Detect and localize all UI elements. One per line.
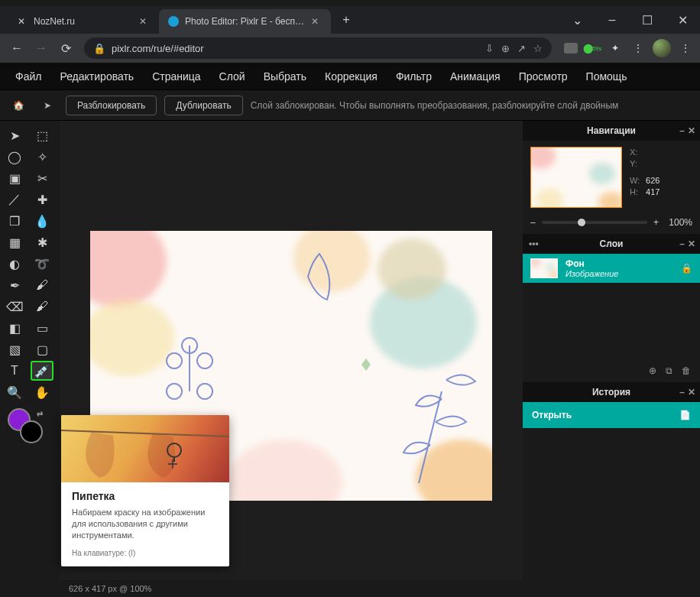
zoom-value: 100% xyxy=(665,217,692,228)
panel-close-icon[interactable]: ✕ xyxy=(688,125,695,136)
zoom-in-button[interactable]: + xyxy=(653,217,659,228)
tool-shape[interactable]: ▧ xyxy=(3,339,26,359)
zoom-slider[interactable] xyxy=(542,221,647,224)
tool-marquee[interactable]: ⬚ xyxy=(31,125,53,145)
zoom-out-button[interactable]: – xyxy=(530,217,536,228)
profile-avatar[interactable] xyxy=(653,39,671,57)
close-window-button[interactable]: ✕ xyxy=(665,6,700,34)
menu-view[interactable]: Просмотр xyxy=(519,70,568,83)
lock-icon[interactable]: 🔒 xyxy=(681,263,692,274)
tool-eyedropper[interactable]: 💉 xyxy=(31,361,53,381)
tool-brush[interactable]: 🖌 xyxy=(31,275,53,295)
translate-icon[interactable]: ⊕ xyxy=(501,43,510,54)
pointer-icon[interactable]: ➤ xyxy=(37,95,58,116)
new-tab-button[interactable]: + xyxy=(335,9,357,31)
background-color[interactable] xyxy=(20,420,43,443)
panel-close-icon[interactable]: ✕ xyxy=(688,387,695,397)
menu-adjust[interactable]: Коррекция xyxy=(325,70,378,83)
status-bar: 626 x 417 px @ 100% xyxy=(60,580,523,597)
status-text: 626 x 417 px @ 100% xyxy=(69,584,151,593)
delete-layer-icon[interactable]: 🗑 xyxy=(682,365,691,376)
forward-button[interactable]: → xyxy=(31,37,52,59)
menu-edit[interactable]: Редактировать xyxy=(60,70,134,83)
menu-file[interactable]: Файл xyxy=(15,70,41,83)
tool-gradient[interactable]: ◧ xyxy=(3,318,26,338)
share-icon[interactable]: ↗ xyxy=(517,43,526,54)
panel-title: Навигации xyxy=(587,125,636,136)
layer-thumbnail xyxy=(530,258,558,278)
panel-close-icon[interactable]: ✕ xyxy=(688,238,695,249)
tooltip-desc: Набираем краску на изображении для испол… xyxy=(72,507,219,541)
tab-pixlr[interactable]: Photo Editor: Pixlr E - бесплатны ✕ xyxy=(159,9,331,34)
history-item[interactable]: Открыть 📄 xyxy=(523,402,700,428)
panel-minimize-icon[interactable]: – xyxy=(679,125,685,136)
menu-dots-icon[interactable]: ⋮ xyxy=(630,40,647,57)
menu-animation[interactable]: Анимация xyxy=(450,70,501,83)
tool-pixelate[interactable]: ▦ xyxy=(3,232,26,252)
install-icon[interactable]: ⇩ xyxy=(485,43,494,54)
tool-lasso[interactable]: ◯ xyxy=(3,147,26,167)
tool-knife[interactable]: ／ xyxy=(3,190,26,209)
menu-layer[interactable]: Слой xyxy=(219,70,245,83)
navigator-thumbnail[interactable] xyxy=(530,147,622,208)
extension-1-icon[interactable] xyxy=(564,43,578,54)
tool-blur-drop[interactable]: 💧 xyxy=(31,211,53,231)
tool-sponge[interactable]: ◐ xyxy=(3,254,26,274)
tool-scissors[interactable]: ✂ xyxy=(31,168,53,188)
extensions-icon[interactable]: ✦ xyxy=(607,40,624,57)
tool-clone[interactable]: ❐ xyxy=(3,211,26,231)
tool-eraser[interactable]: ⌫ xyxy=(3,297,26,316)
menu-filter[interactable]: Фильтр xyxy=(396,70,432,83)
right-panel-column: Навигации –✕ X: Y: W: 626 H: 417 – xyxy=(523,121,700,597)
panel-minimize-icon[interactable]: – xyxy=(679,238,685,249)
star-icon[interactable]: ☆ xyxy=(533,43,543,54)
menu-page[interactable]: Страница xyxy=(152,70,200,83)
tool-crop[interactable]: ▣ xyxy=(3,168,26,188)
panel-title: История xyxy=(592,387,630,397)
tool-wand[interactable]: ✧ xyxy=(31,147,53,167)
color-swatches[interactable]: ⇄ xyxy=(3,408,57,446)
tool-frame[interactable]: ▢ xyxy=(31,339,53,359)
tool-pen[interactable]: ✒ xyxy=(3,275,26,295)
duplicate-button[interactable]: Дублировать xyxy=(164,96,242,115)
extension-2-icon[interactable]: ⬤59s xyxy=(584,40,601,57)
tool-spiral[interactable]: ➰ xyxy=(31,254,53,274)
tool-heal[interactable]: ✚ xyxy=(31,190,53,209)
menu-help[interactable]: Помощь xyxy=(586,70,627,83)
duplicate-layer-icon[interactable]: ⧉ xyxy=(666,365,672,376)
reload-button[interactable]: ⟳ xyxy=(55,37,76,59)
chevron-down-icon[interactable]: ⌄ xyxy=(559,6,595,34)
layer-row[interactable]: Фон Изображение 🔒 xyxy=(523,254,700,283)
maximize-button[interactable]: ☐ xyxy=(630,6,665,34)
tool-text[interactable]: T xyxy=(3,361,26,381)
panel-title: Слои xyxy=(600,238,624,249)
tooltip-preview-image xyxy=(61,415,229,482)
tool-disperse[interactable]: ✱ xyxy=(31,232,53,252)
panel-minimize-icon[interactable]: – xyxy=(679,387,685,397)
back-button[interactable]: ← xyxy=(6,37,28,59)
minimize-button[interactable]: – xyxy=(595,6,630,34)
menu-select[interactable]: Выбрать xyxy=(264,70,306,83)
panel-header-history: История –✕ xyxy=(523,382,700,402)
url-text: pixlr.com/ru/e/#editor xyxy=(112,43,204,54)
unlock-button[interactable]: Разблокировать xyxy=(66,96,157,115)
toolbar-message: Слой заблокирован. Чтобы выполнять преоб… xyxy=(251,100,619,111)
address-bar-row: ← → ⟳ 🔒 pixlr.com/ru/e/#editor ⇩ ⊕ ↗ ☆ ⬤… xyxy=(0,34,700,63)
panel-options-icon[interactable]: ••• xyxy=(529,238,539,249)
tab-close-icon[interactable]: ✕ xyxy=(139,16,150,27)
tab-title: Photo Editor: Pixlr E - бесплатны xyxy=(185,16,305,27)
tab-noznet[interactable]: ✕ NozNet.ru ✕ xyxy=(6,9,159,34)
tool-hand[interactable]: ✋ xyxy=(31,382,53,402)
swap-colors-icon[interactable]: ⇄ xyxy=(37,410,43,418)
tool-arrow[interactable]: ➤ xyxy=(3,125,26,145)
tool-paint[interactable]: 🖌 xyxy=(31,297,53,316)
browser-menu-icon[interactable]: ⋮ xyxy=(677,40,694,57)
tool-fill[interactable]: ▭ xyxy=(31,318,53,338)
tool-zoom[interactable]: 🔍 xyxy=(3,382,26,402)
tab-title: NozNet.ru xyxy=(34,16,133,27)
home-icon[interactable]: 🏠 xyxy=(8,95,29,116)
tooltip-title: Пипетка xyxy=(72,490,219,502)
address-bar[interactable]: 🔒 pixlr.com/ru/e/#editor ⇩ ⊕ ↗ ☆ xyxy=(84,37,552,59)
tab-close-icon[interactable]: ✕ xyxy=(311,16,322,27)
add-layer-icon[interactable]: ⊕ xyxy=(649,365,656,376)
